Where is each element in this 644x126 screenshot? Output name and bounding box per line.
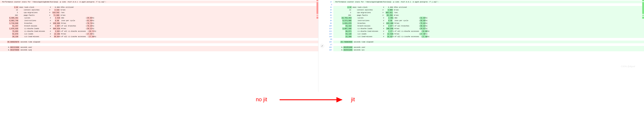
swap-icon[interactable] <box>320 44 324 48</box>
diff-text-chunk: L1-dcache-load-misses # <box>352 30 388 33</box>
diff-text-chunk: L1-dcache-loads # <box>352 27 386 30</box>
right-line-numbers: 1+2 3+4+5+6+7+8+9+10+11+12+13+14+15 16+1… <box>326 0 333 92</box>
diff-row: 69,671 L1-dcache-load-misses # 2.27% of … <box>333 30 644 33</box>
diff-text-chunk: K/sec <box>60 14 66 17</box>
diff-text-chunk: LLC-loads # <box>352 33 387 35</box>
diff-text-chunk <box>334 27 342 30</box>
diff-text-chunk: 2 cpu-migrations # <box>334 11 386 14</box>
diff-row: 13 context-switches # 3.319 K/sec <box>0 9 318 11</box>
diff-text-chunk: seconds sys <box>20 49 31 51</box>
diff-text-chunk: 2 cpu-migrations # <box>1 11 52 14</box>
diff-row: Performance counter stats for '/data/pg1… <box>333 0 644 3</box>
diff-text-chunk: 29.740983598 <box>340 41 353 43</box>
line-number: 3+ <box>326 6 332 9</box>
diff-row <box>333 3 644 6</box>
diff-text-chunk: msec task-clock # 0.000 CPUs utilized <box>18 6 74 9</box>
diff-row: 13 context-switches # 3.008 K/sec <box>333 9 644 11</box>
diff-text-chunk <box>1 22 9 25</box>
diff-text-chunk: 70.28 <box>87 25 92 27</box>
diff-text-chunk: 2.27 <box>388 30 392 33</box>
diff-text-chunk <box>334 19 342 22</box>
diff-text-chunk: insn per cycle ( <box>59 19 87 22</box>
diff-text-chunk: % of all branches ( <box>59 25 87 27</box>
diff-text-chunk: seconds sys <box>353 49 364 51</box>
diff-text-chunk: %) <box>426 17 428 19</box>
jit-label: jit <box>351 96 355 103</box>
diff-text-chunk <box>1 19 9 22</box>
diff-text-chunk: 8,902,749 <box>9 19 18 22</box>
diff-row: 29.740983598 seconds time elapsed <box>333 41 644 43</box>
diff-row: 22,209 LLC-load-misses # 41.02% of all L… <box>333 35 644 38</box>
diff-row: 1,833,970 branches # 424.400 M/sec (75.9… <box>333 22 644 25</box>
diff-text-chunk: GHz ( <box>60 17 87 19</box>
diff-text-chunk: 69,671 <box>345 30 352 33</box>
diff-text-chunk <box>334 25 345 27</box>
diff-text-chunk: 504.628 <box>53 27 60 30</box>
line-number: 9+ <box>326 22 332 25</box>
diff-text-chunk: 61.50 <box>87 19 92 22</box>
diff-text-chunk <box>334 35 345 38</box>
line-number: 2 <box>326 3 332 6</box>
line-number: 12+ <box>326 30 332 33</box>
diff-text-chunk: insn per cycle ( <box>392 19 420 22</box>
diff-text-chunk: K/sec <box>60 9 66 11</box>
diff-text-chunk: %) <box>92 17 94 19</box>
diff-row: 3,067,449 L1-dcache-loads # 709.840 M/se… <box>333 27 644 30</box>
diff-text-chunk: seconds time elapsed <box>20 41 40 43</box>
line-number: 11+ <box>326 27 332 30</box>
diff-text-chunk: 66.02 <box>420 25 426 27</box>
diff-row: 52,070 LLC-loads # 13.292 M/sec (17.30%) <box>0 33 318 35</box>
diff-text-chunk: 75,055 <box>12 30 18 33</box>
diff-text-chunk: M/sec ( <box>394 22 420 25</box>
diff-text-chunk <box>1 25 12 27</box>
diff-text-chunk: 17.30 <box>89 35 94 38</box>
diff-row: 2 cpu-migrations # 462.821 /sec <box>333 11 644 14</box>
diff-text-chunk: %) <box>426 19 428 22</box>
diff-text-chunk: 3.008 <box>388 9 393 11</box>
diff-row: 75,055 L1-dcache-load-misses # 3.80% of … <box>0 30 318 33</box>
diff-text-chunk: /sec <box>60 11 64 14</box>
diff-text-chunk: %) <box>426 33 428 35</box>
diff-text-chunk: 54,139 <box>345 33 352 35</box>
diff-row: 3.92 msec task-clock # 0.000 CPUs utiliz… <box>0 6 318 9</box>
diff-text-chunk: branches # <box>18 22 53 25</box>
diff-text-chunk: 2.491 <box>388 17 394 19</box>
diff-text-chunk: 55.94 <box>54 35 59 38</box>
left-minimap[interactable] <box>316 0 318 92</box>
diff-text-chunk <box>334 33 345 35</box>
right-diff-content[interactable]: Performance counter stats for '/data/pg1… <box>333 0 644 92</box>
left-diff-content[interactable]: Performance counter stats for '/data/pg1… <box>0 0 318 92</box>
diff-text-chunk: %) <box>426 25 428 27</box>
diff-text-chunk <box>1 17 9 19</box>
diff-text-chunk: 1,976,835 <box>9 27 18 30</box>
annotation-overlay: no jit jit <box>238 95 416 113</box>
diff-text-chunk: 282 page-faults # <box>1 14 53 17</box>
diff-text-chunk: 424.400 <box>386 22 394 25</box>
diff-row: 54,139 LLC-loads # 12.528 M/sec (17.49%) <box>333 33 644 35</box>
diff-row: 282 page-faults # 71.986 K/sec <box>0 14 318 17</box>
diff-row: 8,902,749 instructions # 0.90 insn per c… <box>0 19 318 22</box>
diff-text-chunk: 55.08 <box>420 19 426 22</box>
diff-row: 1,976,835 L1-dcache-loads # 504.628 M/se… <box>0 27 318 30</box>
diff-text-chunk: 2.98 <box>55 25 59 27</box>
diff-text-chunk: LLC-load-misses # <box>352 35 387 38</box>
line-number: 8+ <box>326 19 332 22</box>
diff-text-chunk <box>334 6 347 9</box>
diff-text-chunk: %) <box>94 30 96 33</box>
diff-text-chunk: L1-dcache-load-misses # <box>18 30 55 33</box>
right-minimap[interactable] <box>642 0 644 92</box>
diff-row <box>333 38 644 41</box>
diff-text-chunk: 0.90 <box>55 19 59 22</box>
line-number: 14+ <box>326 35 332 38</box>
diff-text-chunk: 2.526 <box>55 17 60 19</box>
no-jit-label: no jit <box>256 96 267 103</box>
text-cursor <box>31 49 32 51</box>
diff-text-chunk: LLC-load-misses # <box>18 35 54 38</box>
diff-text-chunk: M/sec ( <box>60 33 87 35</box>
diff-row: 46.686925078 seconds time elapsed <box>0 41 318 43</box>
diff-text-chunk: %) <box>426 27 428 30</box>
diff-row: 51,247 branch-misses # 2.98% of all bran… <box>0 25 318 27</box>
diff-text-chunk: 17.49 <box>422 35 428 38</box>
diff-row: 4.32 msec task-clock # 0.000 CPUs utiliz… <box>333 6 644 9</box>
diff-text-chunk: 002121000 <box>10 46 19 49</box>
